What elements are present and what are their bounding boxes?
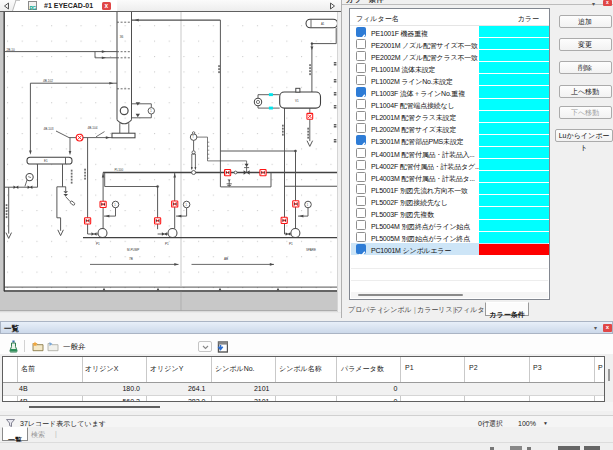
svg-text:E1: E1 xyxy=(44,159,48,163)
svg-text:4B-104: 4B-104 xyxy=(88,126,98,130)
svg-text:P1: P1 xyxy=(96,242,100,246)
svg-text:AB: AB xyxy=(224,257,228,261)
svg-text:7B: 7B xyxy=(129,257,133,261)
svg-text:A1: A1 xyxy=(321,22,325,26)
svg-text:2B-10: 2B-10 xyxy=(7,48,16,52)
svg-text:PL100: PL100 xyxy=(115,168,124,172)
svg-text:4B-102: 4B-102 xyxy=(43,79,53,83)
svg-text:SPARE: SPARE xyxy=(306,248,316,252)
svg-text:V1: V1 xyxy=(295,99,299,103)
svg-text:4B-103: 4B-103 xyxy=(44,127,54,131)
svg-text:P1: P1 xyxy=(165,242,169,246)
svg-text:M-PUMP: M-PUMP xyxy=(127,248,139,252)
svg-text:P1: P1 xyxy=(289,242,293,246)
svg-text:36: 36 xyxy=(120,35,124,39)
